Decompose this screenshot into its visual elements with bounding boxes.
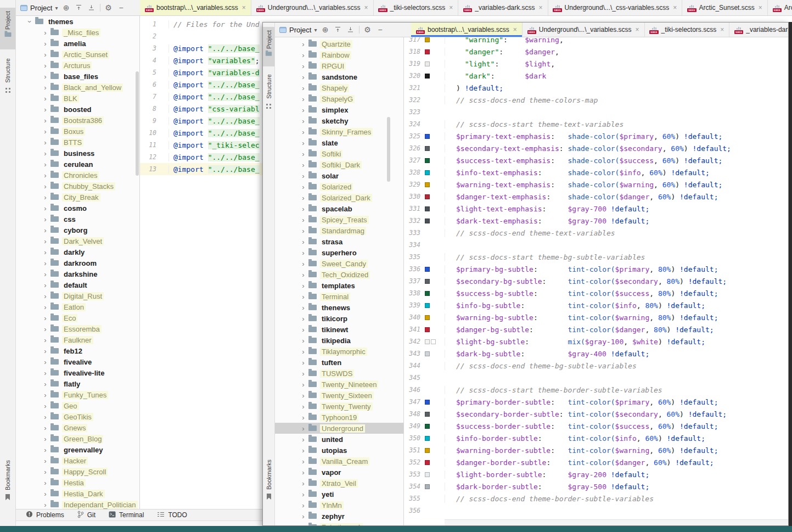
- chevron-right-icon[interactable]: ›: [299, 468, 307, 477]
- tree-item[interactable]: ›Funky_Tunes: [16, 389, 139, 400]
- chevron-right-icon[interactable]: ›: [299, 40, 307, 48]
- chevron-right-icon[interactable]: ›: [41, 138, 49, 147]
- tree-scrollbar[interactable]: [136, 71, 139, 176]
- tree-item[interactable]: ›slate: [275, 137, 403, 148]
- chevron-right-icon[interactable]: ›: [299, 490, 307, 499]
- tree-item[interactable]: ›superhero: [275, 247, 403, 258]
- code-line[interactable]: 333// scss-docs-end theme-text-variables: [404, 227, 788, 239]
- tree-item[interactable]: ›Vanilla_Cream: [275, 456, 403, 467]
- editor-tab[interactable]: sass_variables-dark.scss×: [458, 0, 548, 15]
- tree-item[interactable]: ›Chronicles: [16, 170, 139, 181]
- chevron-right-icon[interactable]: ›: [41, 116, 49, 125]
- tree-item[interactable]: ›Rainbow: [275, 49, 403, 60]
- code-line[interactable]: 329$warning-text-emphasis: shade-color($…: [404, 178, 788, 191]
- chevron-right-icon[interactable]: ›: [41, 347, 49, 355]
- code-line[interactable]: 318 "danger": $danger,: [404, 46, 788, 58]
- chevron-right-icon[interactable]: ›: [299, 304, 307, 312]
- tree-item[interactable]: ›Underground: [275, 423, 403, 434]
- code-line[interactable]: 336$primary-bg-subtle: tint-color($prima…: [404, 263, 788, 275]
- code-line[interactable]: 339$info-bg-subtle: tint-color($info, 80…: [404, 299, 788, 311]
- chevron-right-icon[interactable]: ›: [299, 95, 307, 103]
- tree-item[interactable]: ›cerulean: [16, 159, 139, 170]
- chevron-right-icon[interactable]: ›: [299, 326, 307, 334]
- chevron-right-icon[interactable]: ›: [41, 83, 49, 92]
- tree-item[interactable]: ›Geo: [16, 400, 139, 411]
- code-line[interactable]: 324// scss-docs-start theme-text-variabl…: [404, 118, 788, 130]
- color-swatch-icon[interactable]: [425, 448, 430, 453]
- editor-tab[interactable]: sassbootstrap\...\_variables.scss×: [411, 23, 523, 37]
- tree-item[interactable]: ›thenews: [275, 302, 403, 313]
- code-line[interactable]: 354$dark-border-subtle: $gray-500 !defau…: [404, 480, 788, 492]
- chevron-right-icon[interactable]: ›: [299, 359, 307, 367]
- chevron-right-icon[interactable]: ›: [299, 216, 307, 224]
- chevron-right-icon[interactable]: ›: [299, 194, 307, 202]
- tree-item[interactable]: ›Xtrato_Veil: [275, 478, 403, 489]
- chevron-right-icon[interactable]: ›: [41, 270, 49, 278]
- fg-editor[interactable]: 317 "warning": $warning,318 "danger": $d…: [404, 37, 788, 525]
- tree-item[interactable]: ›Typhoon19: [275, 412, 403, 423]
- chevron-right-icon[interactable]: ›: [299, 150, 307, 158]
- color-swatch-icon[interactable]: [425, 158, 430, 163]
- color-swatch-icon[interactable]: [425, 49, 430, 54]
- chevron-right-icon[interactable]: ›: [41, 94, 49, 103]
- color-swatch-icon[interactable]: [425, 412, 430, 417]
- tree-item[interactable]: ›Hacker: [16, 455, 139, 466]
- tree-item[interactable]: ›greenvalley: [16, 444, 139, 455]
- chevron-right-icon[interactable]: ›: [299, 501, 307, 509]
- tree-item[interactable]: ›spacelab: [275, 203, 403, 214]
- color-swatch-icon[interactable]: [425, 267, 430, 272]
- code-line[interactable]: 350$info-border-subtle: tint-color($info…: [404, 432, 788, 444]
- tree-item[interactable]: ›tikicorp: [275, 313, 403, 324]
- tab-close-icon[interactable]: ×: [759, 4, 762, 12]
- editor-tab[interactable]: sass_tiki-selectors.scss×: [374, 0, 459, 15]
- tree-item[interactable]: ›sandstone: [275, 71, 403, 82]
- chevron-right-icon[interactable]: ›: [299, 238, 307, 246]
- chevron-right-icon[interactable]: ›: [41, 226, 49, 234]
- tree-item[interactable]: ›Skinny_Frames: [275, 126, 403, 137]
- tree-item[interactable]: ›Gnews: [16, 422, 139, 433]
- chevron-right-icon[interactable]: ›: [41, 149, 49, 158]
- color-swatch-icon[interactable]: [425, 339, 430, 344]
- tree-item[interactable]: ›tuften: [275, 357, 403, 368]
- code-line[interactable]: 327$success-text-emphasis: shade-color($…: [404, 154, 788, 166]
- hide-tool-window-icon[interactable]: −: [376, 26, 385, 33]
- tool-button-problems[interactable]: Problems: [26, 511, 64, 519]
- tree-item[interactable]: ›Arcturus: [16, 60, 139, 71]
- tree-item[interactable]: ›Tiklaymorphic: [275, 346, 403, 357]
- tree-item[interactable]: ›Twenty_Nineteen: [275, 379, 403, 390]
- gear-icon[interactable]: ⚙: [363, 26, 372, 33]
- editor-tab[interactable]: sassArctic_Sunset.scss×: [768, 0, 792, 15]
- chevron-right-icon[interactable]: ›: [41, 105, 49, 114]
- chevron-right-icon[interactable]: ›: [41, 413, 49, 421]
- tree-item[interactable]: ›fivealive: [16, 356, 139, 367]
- tree-item[interactable]: ›Quartzite: [275, 38, 403, 49]
- tool-window-button-bookmarks[interactable]: Bookmarks: [263, 456, 274, 503]
- tree-item[interactable]: ›Terminal: [275, 291, 403, 302]
- editor-tab[interactable]: sassArctic_Sunset.scss×: [682, 0, 767, 15]
- chevron-right-icon[interactable]: ›: [41, 391, 49, 399]
- project-selector[interactable]: Project ▾: [279, 26, 317, 34]
- code-line[interactable]: 347$primary-border-subtle: tint-color($p…: [404, 396, 788, 408]
- code-line[interactable]: 344// scss-docs-end theme-bg-subtle-vari…: [404, 360, 788, 372]
- editor-tab[interactable]: sass_variables-dark.scss×: [729, 23, 788, 37]
- chevron-right-icon[interactable]: ›: [299, 402, 307, 411]
- tree-item[interactable]: ›Shapely: [275, 82, 403, 93]
- tree-item[interactable]: ›RPGUI: [275, 60, 403, 71]
- code-line[interactable]: 349$success-border-subtle: tint-color($s…: [404, 420, 788, 432]
- chevron-right-icon[interactable]: ›: [299, 282, 307, 290]
- chevron-right-icon[interactable]: ›: [41, 40, 49, 48]
- chevron-right-icon[interactable]: ›: [299, 106, 307, 114]
- tool-window-button-bookmarks[interactable]: Bookmarks: [0, 457, 15, 504]
- locate-file-icon[interactable]: ⊕: [321, 26, 330, 33]
- color-swatch-icon[interactable]: [425, 37, 430, 42]
- chevron-right-icon[interactable]: ›: [41, 127, 49, 136]
- chevron-right-icon[interactable]: ›: [41, 182, 49, 191]
- tool-window-button-structure[interactable]: Structure: [263, 71, 274, 117]
- color-swatch-icon[interactable]: [425, 219, 430, 223]
- tree-item[interactable]: ›themes: [16, 16, 139, 27]
- color-swatch-icon[interactable]: [425, 315, 430, 320]
- tree-item[interactable]: ›Twenty_Sixteen: [275, 390, 403, 401]
- editor-tab[interactable]: sassUnderground\...\_variables.scss×: [251, 0, 374, 15]
- color-swatch-icon[interactable]: [425, 436, 430, 441]
- tree-item[interactable]: ›sketchy: [275, 115, 403, 126]
